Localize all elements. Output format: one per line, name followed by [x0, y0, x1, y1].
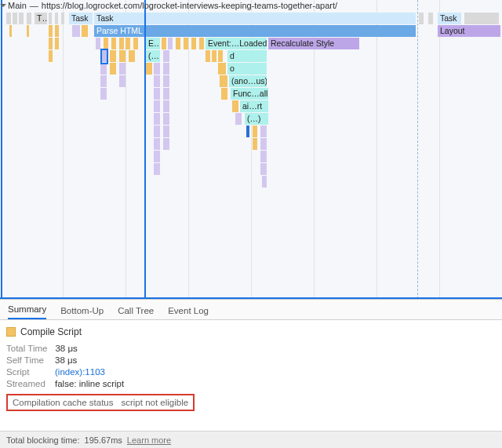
flame-block[interactable] — [218, 63, 226, 75]
flame-chart-pane[interactable]: Main — https://blog.logrocket.com/logroc… — [0, 0, 502, 300]
flame-block[interactable] — [260, 163, 267, 175]
flame-block[interactable] — [154, 88, 160, 100]
flame-ai-rt[interactable]: ai…rt — [240, 100, 268, 112]
task-sliver[interactable] — [61, 13, 64, 24]
flame-block[interactable] — [110, 63, 116, 75]
flame-block[interactable] — [253, 126, 257, 137]
flame-block[interactable] — [199, 38, 204, 49]
tab-event-log[interactable]: Event Log — [168, 301, 209, 319]
flame-block[interactable] — [119, 63, 126, 75]
task-sliver[interactable] — [6, 13, 11, 24]
flame-block[interactable] — [154, 151, 160, 162]
flame-task[interactable]: T… — [35, 13, 47, 24]
flame-func-all[interactable]: Func…all — [231, 88, 268, 100]
flame-block[interactable] — [260, 126, 267, 137]
flame-block[interactable] — [246, 126, 249, 137]
task-sliver[interactable] — [464, 13, 499, 24]
learn-more-link[interactable]: Learn more — [127, 435, 171, 445]
flame-o[interactable]: o — [227, 63, 267, 75]
flame-block[interactable] — [191, 38, 196, 49]
flame-block[interactable] — [100, 63, 107, 75]
flame-paren[interactable]: (… — [146, 50, 160, 62]
flame-block[interactable] — [72, 25, 80, 37]
flame-block[interactable] — [232, 100, 238, 112]
flame-block[interactable] — [100, 88, 107, 100]
flame-task-long[interactable]: Task — [94, 13, 416, 24]
flame-block[interactable] — [111, 38, 116, 49]
flame-block[interactable] — [9, 25, 12, 37]
flame-block[interactable] — [235, 113, 242, 125]
flame-block[interactable] — [110, 50, 116, 62]
flame-block[interactable] — [176, 38, 180, 49]
flame-block[interactable] — [184, 38, 188, 49]
flame-layout[interactable]: Layout — [438, 25, 500, 37]
tab-summary[interactable]: Summary — [8, 300, 46, 319]
flame-block[interactable] — [126, 38, 130, 49]
main-track-header[interactable]: Main — https://blog.logrocket.com/logroc… — [0, 0, 337, 11]
tab-call-tree[interactable]: Call Tree — [118, 301, 154, 319]
flame-block[interactable] — [119, 75, 126, 87]
flame-block[interactable] — [49, 50, 53, 62]
flame-block[interactable] — [96, 38, 100, 49]
flame-block[interactable] — [133, 38, 138, 49]
flame-block[interactable] — [119, 50, 126, 62]
flame-block[interactable] — [100, 75, 107, 87]
flame-block[interactable] — [162, 38, 166, 49]
flame-block[interactable] — [55, 25, 59, 37]
flame-block[interactable] — [260, 138, 267, 150]
flame-paren2[interactable]: (…) — [245, 113, 268, 125]
flame-block[interactable] — [163, 63, 169, 75]
flame-block[interactable] — [129, 50, 135, 62]
flame-task[interactable]: Task — [438, 13, 461, 24]
flame-block[interactable] — [49, 38, 53, 49]
flame-recalc-style[interactable]: Recalculate Style — [268, 38, 359, 49]
flame-block[interactable] — [82, 25, 88, 37]
flame-block[interactable] — [168, 38, 173, 49]
flame-d[interactable]: d — [227, 50, 267, 62]
flame-block[interactable] — [154, 100, 160, 112]
flame-e[interactable]: E… — [146, 38, 160, 49]
flame-block[interactable] — [163, 126, 169, 137]
flame-block[interactable] — [154, 113, 160, 125]
flame-block[interactable] — [163, 138, 169, 150]
task-sliver[interactable] — [419, 13, 424, 24]
flame-block[interactable] — [27, 25, 29, 37]
flame-parse-html[interactable]: Parse HTML — [94, 25, 416, 37]
flame-block[interactable] — [163, 88, 169, 100]
flame-block[interactable] — [220, 75, 227, 87]
flame-block[interactable] — [206, 50, 210, 62]
tab-bottom-up[interactable]: Bottom-Up — [60, 301, 104, 319]
task-sliver[interactable] — [55, 13, 58, 24]
flame-block[interactable] — [221, 88, 227, 100]
flame-block[interactable] — [212, 50, 216, 62]
flame-block[interactable] — [49, 25, 53, 37]
flame-block[interactable] — [154, 138, 160, 150]
flame-event-loaded[interactable]: Event:…Loaded — [206, 38, 267, 49]
flame-task[interactable]: Task — [69, 13, 93, 24]
selection-end-line[interactable] — [144, 0, 146, 299]
flame-block[interactable] — [262, 176, 267, 188]
task-sliver[interactable] — [13, 13, 17, 24]
flame-block[interactable] — [163, 75, 169, 87]
script-link[interactable]: (index):1103 — [55, 367, 105, 377]
flame-block[interactable] — [154, 75, 160, 87]
flame-block[interactable] — [253, 138, 257, 150]
flame-block[interactable] — [104, 38, 108, 49]
flame-block[interactable] — [146, 63, 152, 75]
flame-block[interactable] — [163, 50, 169, 62]
flame-block[interactable] — [218, 50, 223, 62]
flame-block[interactable] — [154, 163, 160, 175]
flame-block[interactable] — [154, 126, 160, 137]
selected-block-indicator[interactable] — [100, 49, 108, 64]
task-sliver[interactable] — [19, 13, 24, 24]
flame-block[interactable] — [260, 151, 267, 162]
task-sliver[interactable] — [27, 13, 31, 24]
selection-start-line[interactable] — [1, 0, 2, 299]
task-sliver[interactable] — [49, 13, 52, 24]
task-sliver[interactable] — [428, 13, 433, 24]
collapse-triangle-icon[interactable] — [0, 4, 6, 7]
flame-block[interactable] — [154, 63, 160, 75]
flame-block[interactable] — [119, 38, 124, 49]
flame-block[interactable] — [163, 100, 169, 112]
flame-anon[interactable]: (ano…us) — [229, 75, 267, 87]
